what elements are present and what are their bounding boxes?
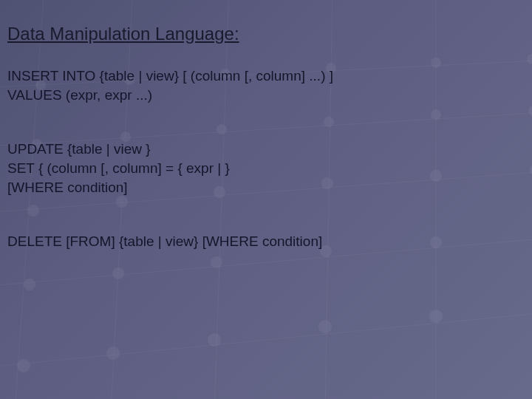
svg-point-39 bbox=[429, 310, 443, 323]
svg-line-4 bbox=[0, 310, 532, 369]
slide-title: Data Manipulation Language: bbox=[7, 24, 525, 44]
svg-point-31 bbox=[211, 256, 222, 268]
svg-point-38 bbox=[318, 320, 332, 333]
svg-point-37 bbox=[208, 333, 221, 347]
svg-point-35 bbox=[17, 359, 30, 372]
svg-point-30 bbox=[112, 267, 124, 279]
insert-line-2: VALUES (expr, expr ...) bbox=[7, 86, 525, 105]
update-syntax-block: UPDATE {table | view } SET { (column [, … bbox=[7, 140, 525, 197]
update-line-1: UPDATE {table | view } bbox=[7, 140, 525, 159]
insert-line-1: INSERT INTO {table | view} [ (column [, … bbox=[7, 66, 525, 86]
svg-point-29 bbox=[24, 279, 35, 290]
svg-point-36 bbox=[106, 347, 120, 360]
update-line-3: [WHERE condition] bbox=[7, 178, 525, 197]
insert-syntax-block: INSERT INTO {table | view} [ (column [, … bbox=[7, 66, 525, 104]
delete-syntax-block: DELETE [FROM] {table | view} [WHERE cond… bbox=[7, 232, 525, 251]
update-line-2: SET { (column [, column] = { expr | } bbox=[7, 159, 525, 178]
slide-content: Data Manipulation Language: INSERT INTO … bbox=[0, 0, 532, 251]
delete-line-1: DELETE [FROM] {table | view} [WHERE cond… bbox=[7, 232, 525, 251]
